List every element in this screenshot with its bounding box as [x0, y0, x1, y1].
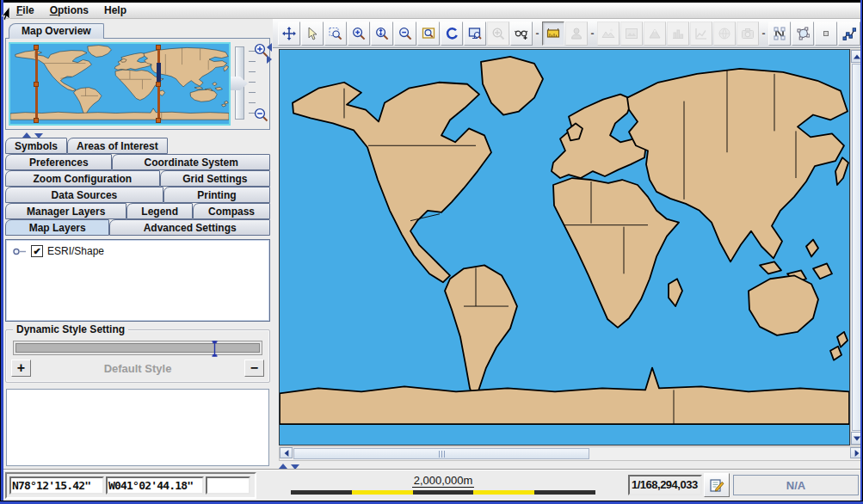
zoom-window-tool-button[interactable]: [417, 22, 440, 46]
tab-symbols[interactable]: Symbols: [5, 138, 67, 154]
tab-compass[interactable]: Compass: [193, 203, 270, 219]
map-layers-tree: ✔ESRI/Shape: [5, 239, 270, 322]
overview-map-thumbnail[interactable]: [9, 42, 231, 126]
pan-icon: [282, 27, 296, 40]
toolbar-separator: -: [589, 28, 596, 40]
scale-bar-segment: [352, 490, 413, 495]
point-tool-button[interactable]: [815, 22, 837, 46]
tab-legend[interactable]: Legend: [126, 203, 193, 219]
layer-checkbox[interactable]: ✔: [31, 245, 43, 257]
map-viewport[interactable]: [279, 49, 850, 446]
select-tool-button[interactable]: [301, 22, 324, 46]
tab-coordinate-system[interactable]: Coordinate System: [112, 154, 270, 170]
scale-bar-segment: [473, 490, 534, 495]
overview-zoom-slider-thumb[interactable]: [231, 77, 248, 90]
histogram-tool-button: [667, 22, 689, 46]
scale-ratio-field[interactable]: 1/168,294,033: [628, 475, 702, 495]
selection-handle[interactable]: [156, 118, 161, 123]
pan-tool-button[interactable]: [278, 22, 300, 46]
polyline-icon: [842, 27, 856, 40]
scroll-left-button[interactable]: [280, 447, 293, 458]
screen-query-tool-button[interactable]: [464, 22, 486, 46]
window-border-bottom: [0, 501, 863, 504]
polygon-icon: [796, 27, 810, 40]
center-view-tool-button: [487, 22, 509, 46]
map-overview-panel: [5, 38, 270, 130]
mountains-icon: [601, 27, 615, 40]
slider-tick: [249, 71, 256, 72]
splitter-collapse-right-button[interactable]: [267, 55, 272, 64]
overview-zoom-out-icon[interactable]: [254, 108, 268, 122]
style-remove-button[interactable]: −: [244, 360, 264, 377]
magnifier-view-tool-button[interactable]: [510, 22, 533, 46]
application-window: FileOptionsHelp Map Overview: [0, 0, 863, 504]
refresh-tool-button[interactable]: [441, 22, 463, 46]
toolbar-separator: -: [760, 28, 767, 40]
polyline-tool-button[interactable]: [838, 22, 860, 46]
tab-printing[interactable]: Printing: [163, 187, 270, 203]
zoom-area-tool-button[interactable]: [324, 22, 347, 46]
refresh-icon: [445, 27, 459, 40]
tab-grid-settings[interactable]: Grid Settings: [160, 170, 270, 187]
tab-manager-layers[interactable]: Manager Layers: [5, 203, 126, 219]
snapshot-tool-button: [737, 22, 759, 46]
overview-world-map: [10, 44, 229, 124]
longitude-field[interactable]: W041°02'44.18": [106, 476, 204, 495]
globe-tool-button: [713, 22, 736, 46]
overview-selection-left-edge[interactable]: [35, 46, 38, 122]
coordinates-panel: N78°12'15.42" W041°02'44.18": [5, 472, 256, 499]
tracking-tool-button: [565, 22, 588, 46]
selection-handle[interactable]: [34, 118, 39, 123]
map-toolbar: ---: [273, 19, 860, 48]
progress-indicator: N/A: [733, 475, 859, 495]
extra-coordinate-field[interactable]: [206, 476, 250, 495]
ruler-icon: [546, 27, 560, 40]
overview-selection-right-edge[interactable]: [157, 46, 160, 122]
zoom-out-tool-button[interactable]: [394, 22, 416, 46]
splitter-collapse-left-button[interactable]: [267, 43, 272, 52]
measure-tool-button[interactable]: [542, 22, 564, 46]
scale-bar-segment: [291, 490, 352, 495]
glasses-plus-icon: [515, 27, 528, 40]
style-name-label: Default Style: [6, 362, 269, 375]
horizontal-scroll-thumb[interactable]: [293, 448, 589, 459]
tab-map-layers[interactable]: Map Layers: [5, 219, 109, 236]
map-horizontal-scrollbar[interactable]: [279, 446, 863, 461]
person-icon: [570, 27, 583, 40]
edit-scale-button[interactable]: [704, 473, 730, 497]
selection-drag-bar[interactable]: [157, 63, 161, 84]
selection-handle[interactable]: [34, 82, 39, 87]
zoom-window-icon: [422, 27, 435, 40]
selection-handle[interactable]: [156, 82, 161, 87]
map-panel: ---: [273, 19, 860, 469]
slider-tick: [249, 82, 256, 83]
zoom-in-tool-button[interactable]: [348, 22, 370, 46]
selection-handle[interactable]: [156, 45, 161, 50]
tab-zoom-configuration[interactable]: Zoom Configuration: [5, 170, 160, 187]
tab-map-overview[interactable]: Map Overview: [9, 23, 104, 39]
mountain-icon: [648, 27, 662, 40]
tree-expander-icon[interactable]: [13, 248, 27, 255]
latitude-field[interactable]: N78°12'15.42": [9, 476, 104, 495]
zoom-scale-tool-button[interactable]: [371, 22, 393, 46]
tab-advanced-settings[interactable]: Advanced Settings: [109, 219, 270, 236]
node-edit-tool-button[interactable]: [768, 22, 791, 46]
world-map[interactable]: [280, 50, 849, 445]
tree-row: ✔ESRI/Shape: [6, 240, 269, 257]
style-slider[interactable]: [13, 341, 262, 355]
tab-data-sources[interactable]: Data Sources: [5, 187, 163, 203]
tab-areas-of-interest[interactable]: Areas of Interest: [67, 138, 168, 154]
select-icon: [305, 27, 319, 40]
line-chart-icon: [694, 27, 708, 40]
layer-label[interactable]: ESRI/Shape: [47, 245, 104, 257]
tab-preferences[interactable]: Preferences: [5, 154, 112, 170]
scale-bar-segment: [413, 490, 474, 495]
zoom-in-icon: [352, 27, 366, 40]
menu-help[interactable]: Help: [96, 3, 134, 18]
image-layer-tool-button: [620, 22, 643, 46]
style-list-panel[interactable]: [6, 389, 269, 466]
polygon-tool-button[interactable]: [792, 22, 814, 46]
selection-handle[interactable]: [34, 45, 39, 50]
menu-file[interactable]: File: [9, 3, 42, 18]
menu-options[interactable]: Options: [42, 3, 96, 18]
